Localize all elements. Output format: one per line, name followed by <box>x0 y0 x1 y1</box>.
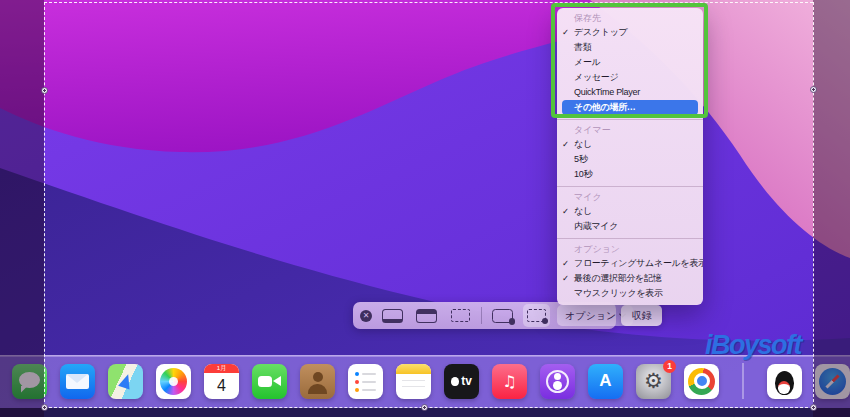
menu-item[interactable]: その他の場所… <box>562 100 698 115</box>
dashed-selection-icon <box>451 309 470 322</box>
capture-entire-screen-button[interactable] <box>379 304 406 327</box>
menu-item-label: フローティングサムネールを表示 <box>574 258 703 268</box>
options-button-label: オプション <box>565 309 616 323</box>
calendar-month-label: 1月 <box>204 364 239 373</box>
desktop: 1月4tv1 ✕ オプション 収録 <box>0 0 850 417</box>
close-icon[interactable]: ✕ <box>360 310 372 322</box>
screenshot-toolbar: ✕ オプション <box>353 302 616 329</box>
capture-window-button[interactable] <box>413 304 440 327</box>
checkmark-icon: ✓ <box>562 204 573 219</box>
record-dot-icon <box>509 318 516 325</box>
watermark-logo: iBoysoft <box>705 330 801 361</box>
dock-icon-qq[interactable] <box>767 364 802 399</box>
record-button-label: 収録 <box>632 309 652 323</box>
selection-border-bottom <box>44 407 813 408</box>
menu-item-label: メール <box>574 57 601 67</box>
record-screen-icon <box>492 309 513 323</box>
menu-item[interactable]: ✓最後の選択部分を記憶 <box>557 271 703 286</box>
menu-item-label: 5秒 <box>574 154 587 164</box>
selection-border-top <box>44 2 813 3</box>
calendar-day-label: 4 <box>204 373 239 399</box>
menu-section: 保存先✓デスクトップ書類メールメッセージQuickTime Playerその他の… <box>557 8 703 119</box>
record-dot-icon <box>542 318 549 325</box>
dock-icon-podcasts[interactable] <box>540 364 575 399</box>
menu-item[interactable]: マウスクリックを表示 <box>557 286 703 301</box>
selection-handle[interactable] <box>421 404 428 411</box>
checkmark-icon: ✓ <box>562 271 573 286</box>
menu-section: マイク✓なし内蔵マイク <box>557 186 703 238</box>
checkmark-icon: ✓ <box>562 256 573 271</box>
record-button[interactable]: 収録 <box>621 305 662 326</box>
screen-icon <box>382 309 403 323</box>
checkmark-icon: ✓ <box>562 25 573 40</box>
dim-overlay-left <box>0 0 44 417</box>
menu-item[interactable]: ✓なし <box>557 137 703 152</box>
dock-icon-contacts[interactable] <box>300 364 335 399</box>
menu-item-label: 10秒 <box>574 169 592 179</box>
dock-icon-settings[interactable]: 1 <box>636 364 671 399</box>
dock-divider <box>742 363 744 399</box>
menu-item-label: メッセージ <box>574 72 618 82</box>
menu-item[interactable]: 内蔵マイク <box>557 219 703 234</box>
menu-item[interactable]: ✓フローティングサムネールを表示 <box>557 256 703 271</box>
dim-overlay-right <box>813 0 850 417</box>
dock-icon-reminders[interactable] <box>348 364 383 399</box>
checkmark-icon: ✓ <box>562 137 573 152</box>
dock-icon-appstore[interactable] <box>588 364 623 399</box>
menu-item-label: その他の場所… <box>574 102 636 112</box>
menu-section-header: マイク <box>557 191 703 204</box>
dock-icon-appletv[interactable]: tv <box>444 364 479 399</box>
record-entire-screen-button[interactable] <box>489 304 516 327</box>
options-menu: 保存先✓デスクトップ書類メールメッセージQuickTime Playerその他の… <box>557 8 703 305</box>
menu-item-label: 内蔵マイク <box>574 221 618 231</box>
menu-item-label: マウスクリックを表示 <box>574 288 663 298</box>
dock-icon-music[interactable] <box>492 364 527 399</box>
selection-handle[interactable] <box>41 404 48 411</box>
dock-icon-mail[interactable] <box>60 364 95 399</box>
selection-border-right <box>813 2 814 407</box>
menu-item-label: なし <box>574 139 592 149</box>
dock-icon-calendar[interactable]: 1月4 <box>204 364 239 399</box>
menu-item-label: 最後の選択部分を記憶 <box>574 273 661 283</box>
menu-section: タイマー✓なし5秒10秒 <box>557 119 703 186</box>
options-menu-sections: 保存先✓デスクトップ書類メールメッセージQuickTime Playerその他の… <box>557 8 703 305</box>
toolbar-divider <box>481 307 482 324</box>
menu-item-label: デスクトップ <box>574 27 627 37</box>
record-selection-button[interactable] <box>523 304 550 327</box>
selection-handle[interactable] <box>41 87 48 94</box>
dock: 1月4tv1 <box>0 362 850 400</box>
menu-item[interactable]: メッセージ <box>557 70 703 85</box>
dock-icon-chrome[interactable] <box>684 364 719 399</box>
menu-item[interactable]: メール <box>557 55 703 70</box>
appletv-label: tv <box>461 374 472 388</box>
selection-handle[interactable] <box>810 86 817 93</box>
dock-icon-facetime[interactable] <box>252 364 287 399</box>
notification-badge: 1 <box>663 360 676 373</box>
menu-section-header: オプション <box>557 243 703 256</box>
menu-item[interactable]: 5秒 <box>557 152 703 167</box>
menu-item[interactable]: ✓デスクトップ <box>557 25 703 40</box>
menu-item[interactable]: 10秒 <box>557 167 703 182</box>
menu-item-label: 書類 <box>574 42 591 52</box>
menu-section-header: タイマー <box>557 124 703 137</box>
record-selection-icon <box>527 309 546 322</box>
menu-section: オプション✓フローティングサムネールを表示✓最後の選択部分を記憶マウスクリックを… <box>557 238 703 305</box>
menu-item-label: なし <box>574 206 592 216</box>
menu-item[interactable]: 書類 <box>557 40 703 55</box>
dock-icon-notes[interactable] <box>396 364 431 399</box>
selection-border-left <box>44 2 45 407</box>
selection-handle[interactable] <box>810 404 817 411</box>
menu-item-label: QuickTime Player <box>574 87 640 97</box>
menu-section-header: 保存先 <box>557 12 703 25</box>
capture-selection-button[interactable] <box>447 304 474 327</box>
dock-icon-photos[interactable] <box>156 364 191 399</box>
menu-item[interactable]: QuickTime Player <box>557 85 703 100</box>
menu-item[interactable]: ✓なし <box>557 204 703 219</box>
dock-icon-maps[interactable] <box>108 364 143 399</box>
window-icon <box>416 309 437 323</box>
